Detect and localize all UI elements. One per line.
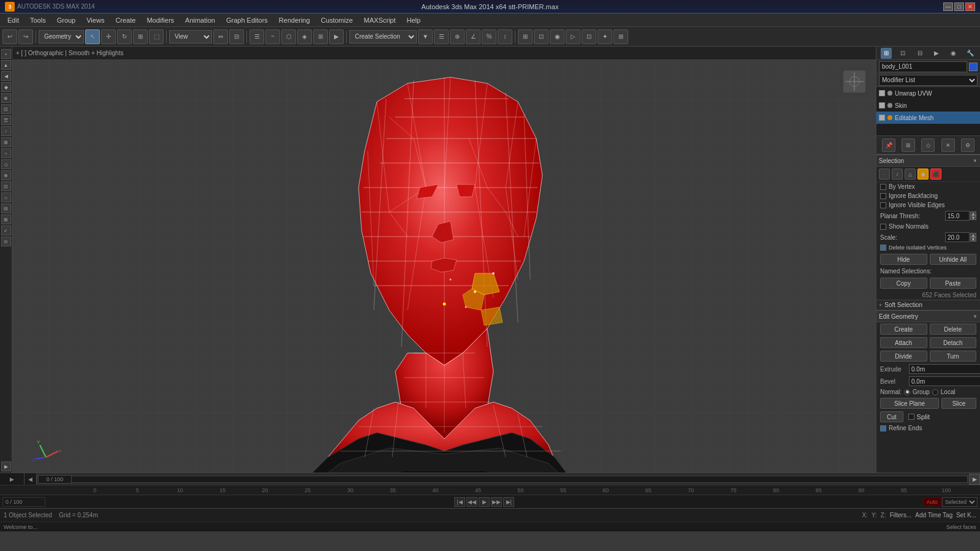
delete-button[interactable]: Delete [930,324,977,335]
rp-icon-hierarchy[interactable]: ⊟ [914,48,925,59]
tb-render-to-tex[interactable]: ⊞ [613,29,628,44]
modifier-row-unwrap[interactable]: Unwrap UVW [876,87,980,99]
sel-edge-btn[interactable]: / [892,169,903,180]
create-button[interactable]: Create [880,324,927,335]
mp-remove-mod[interactable]: ✕ [941,139,955,152]
object-color-swatch[interactable] [969,63,978,71]
selection-section-header[interactable]: Selection ▼ [876,154,980,167]
minimize-button[interactable]: — [943,2,953,11]
by-vertex-checkbox[interactable] [880,184,886,190]
tb-percent-snap[interactable]: % [482,29,496,44]
lt-btn-7[interactable]: ☰ [1,115,11,125]
tb-align[interactable]: ⊟ [229,29,244,44]
modifier-row-editable-mesh[interactable]: Editable Mesh [876,112,980,124]
modifier-row-skin[interactable]: Skin [876,99,980,112]
viewport[interactable]: + [ ] Orthographic | Smooth + Highlights [12,47,876,473]
rp-icon-utilities[interactable]: 🔧 [965,48,976,59]
lt-btn-10[interactable]: ○ [1,148,11,158]
tb-undo[interactable]: ↩ [2,29,17,44]
tb-layer-mgr[interactable]: ☰ [249,29,264,44]
slice-button[interactable]: Slice [941,398,976,409]
lt-btn-17[interactable]: ✓ [1,226,11,235]
mp-show-end[interactable]: ⊞ [902,139,915,152]
sel-face-btn[interactable]: △ [905,169,916,180]
tb-angle-snap[interactable]: ∠ [466,29,481,44]
geometry-dropdown[interactable]: Geometry [39,30,84,44]
menu-customize[interactable]: Customize [316,15,358,25]
menu-maxscript[interactable]: MAXScript [359,15,401,25]
mp-make-unique[interactable]: ◇ [921,139,935,152]
detach-button[interactable]: Detach [930,337,977,348]
tb-schematic[interactable]: ⬡ [281,29,296,44]
rp-icon-display[interactable]: ◉ [948,48,959,59]
tb-render-iter[interactable]: ⊡ [534,29,549,44]
add-time-tag-label[interactable]: Add Time Tag [915,512,952,519]
planar-thresh-spinner[interactable]: ▲ ▼ [970,211,976,220]
lt-btn-8[interactable]: ↑ [1,126,11,136]
menu-animation[interactable]: Animation [180,15,220,25]
soft-selection-section[interactable]: + Soft Selection [876,300,980,310]
viewport-canvas[interactable]: [ Open Edges: 22 Edges ] X Y [12,60,876,473]
lt-btn-13[interactable]: ⊡ [1,181,11,191]
mod-visible-skin[interactable] [879,102,885,108]
mp-pin[interactable]: 📌 [882,139,895,152]
attach-button[interactable]: Attach [880,337,927,348]
lt-btn-18[interactable]: ⊙ [1,237,11,246]
ignore-visible-edges-checkbox[interactable] [880,202,886,208]
play-btn[interactable]: ▶ [479,497,490,507]
lt-btn-15[interactable]: ⊟ [1,203,11,213]
planar-thresh-input[interactable] [945,211,970,221]
tb-move-tool[interactable]: ✛ [101,29,116,44]
sel-element-btn[interactable]: ⬛ [930,169,941,180]
tb-material-editor[interactable]: ◈ [297,29,312,44]
planar-thresh-up[interactable]: ▲ [970,211,976,216]
planar-thresh-down[interactable]: ▼ [970,216,976,220]
lt-btn-11[interactable]: ◇ [1,159,11,169]
lt-btn-bottom-1[interactable]: ▶ [1,462,11,471]
edit-geometry-section-header[interactable]: Edit Geometry ▼ [876,310,980,322]
menu-rendering[interactable]: Rendering [274,15,315,25]
lt-btn-4[interactable]: ◆ [1,82,11,92]
rp-icon-create[interactable]: ⊞ [881,48,892,59]
goto-start-btn[interactable]: |◀ [454,497,465,507]
next-frame-btn[interactable]: ▶▶ [491,497,502,507]
tb-select-tool[interactable]: ↖ [85,29,100,44]
refine-ends-checkbox[interactable] [880,425,886,431]
sel-vertex-btn[interactable]: · [879,169,890,180]
divide-button[interactable]: Divide [880,351,927,362]
lt-btn-2[interactable]: ▲ [1,60,11,70]
lt-btn-9[interactable]: ⊞ [1,137,11,147]
mod-visible-unwrap[interactable] [879,90,885,96]
hide-button[interactable]: Hide [880,254,927,265]
close-button[interactable]: ✕ [965,2,975,11]
show-normals-checkbox[interactable] [880,224,886,230]
tb-redo[interactable]: ↪ [18,29,33,44]
tb-render-setup[interactable]: ⊞ [313,29,328,44]
mod-visible-emesh[interactable] [879,115,885,121]
tb-render-prod[interactable]: ⊞ [518,29,533,44]
scale-input[interactable] [945,232,970,242]
extrude-input[interactable] [909,364,980,374]
tb-select-by-name[interactable]: ☰ [434,29,449,44]
tb-envir[interactable]: ⊡ [582,29,596,44]
rp-icon-modify[interactable]: ⊡ [897,48,908,59]
lt-btn-12[interactable]: ⊕ [1,170,11,180]
turn-button[interactable]: Turn [930,351,977,362]
prev-frame-btn[interactable]: ◀◀ [466,497,477,507]
tb-spinner-snap[interactable]: ↕ [498,29,512,44]
timeline-play-btn[interactable]: ▶ [0,473,25,485]
tb-scale-tool[interactable]: ⊞ [133,29,148,44]
mp-configure[interactable]: ⚙ [961,139,974,152]
tb-activeshade[interactable]: ◉ [550,29,564,44]
tb-rotate-tool[interactable]: ↻ [117,29,132,44]
obj-name-input[interactable]: body_L001 [879,61,967,72]
tb-select-filter[interactable]: ▼ [418,29,433,44]
rp-icon-motion[interactable]: ▶ [931,48,942,59]
maximize-button[interactable]: □ [954,2,964,11]
ignore-backfacing-checkbox[interactable] [880,193,886,199]
lt-btn-6[interactable]: ⊡ [1,104,11,114]
scale-down[interactable]: ▼ [970,237,976,241]
copy-button[interactable]: Copy [880,278,927,289]
menu-tools[interactable]: Tools [25,15,51,25]
lt-btn-1[interactable]: + [1,49,11,59]
